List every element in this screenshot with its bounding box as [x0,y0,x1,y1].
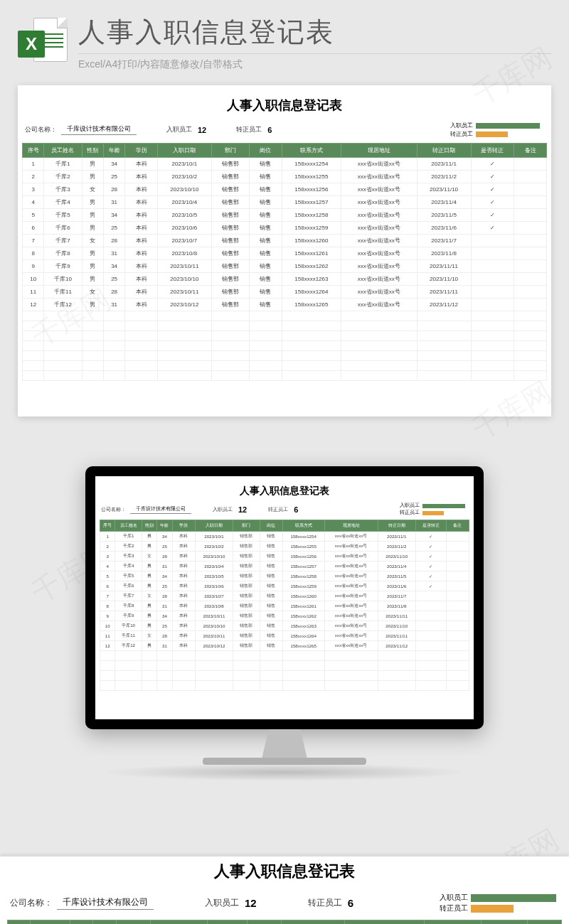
cell-addr: xxx省xx街道xx号 [341,235,417,247]
cell-sex: 男 [142,532,156,542]
banner: X 人事入职信息登记表 Excel/A4打印/内容随意修改/自带格式 [0,0,569,78]
cell-dept: 销售部 [211,299,249,311]
sheet-title: 人事入职信息登记表 [100,485,469,498]
col-header: 员工姓名 [44,144,82,158]
table-row: 12千库12男31本科2023/10/12销售部销售158xxxx1265xxx… [23,299,547,311]
cell-date: 2023/10/2 [195,542,233,552]
cell-sex: 女 [82,235,103,247]
cell-conf: ✓ [416,532,447,542]
cell-date: 2023/10/12 [157,299,211,311]
cell-note [446,581,469,591]
col-header: 性别 [82,144,103,158]
table-row: 11千库11女28本科2023/10/11销售部销售158xxxx1264xxx… [23,286,547,299]
cell-tel: 158xxxx1257 [282,196,341,209]
table-row: 2千库2男25本科2023/10/2销售部销售158xxxx1255xxx省xx… [23,171,547,183]
cell-name: 千库6 [115,581,142,591]
cell-conf: ✓ [471,196,514,209]
cell-age: 31 [157,641,172,651]
monitor-content: 人事入职信息登记表 公司名称： 千库设计技术有限公司 入职员工 12 转正员工 … [95,476,474,719]
table-row-empty [100,671,469,681]
table-row-empty [100,661,469,671]
cell-edu: 本科 [172,571,195,581]
cell-pos: 销售 [260,631,282,641]
col-header: 入职日期 [157,144,211,158]
cell-tel: 158xxxx1262 [282,260,341,273]
cell-sex: 男 [82,209,103,222]
confirm-count: 6 [348,897,353,909]
cell-addr: xxx省xx街道xx号 [341,183,417,196]
confirm-label: 转正员工 [308,897,342,909]
cell-tel: 158xxxx1262 [282,611,324,621]
cell-idx: 1 [23,158,44,171]
cell-name: 千库8 [44,247,82,260]
cell-name: 千库3 [115,552,142,562]
cell-idx: 9 [100,611,115,621]
cell-name: 千库6 [44,222,82,235]
table-row: 4千库4男31本科2023/10/4销售部销售158xxxx1257xxx省xx… [23,196,547,209]
col-header: 现居地址 [324,520,378,532]
cell-age: 25 [157,621,172,631]
confirm-label: 转正员工 [236,125,262,134]
cell-tel: 158xxxx1256 [282,552,324,562]
cell-pos: 销售 [260,621,282,631]
table-row: 8千库8男31本科2023/10/8销售部销售158xxxx1261xxx省xx… [100,601,469,611]
cell-addr: xxx省xx街道xx号 [341,171,417,183]
cell-pos: 销售 [250,273,282,286]
sheet-title: 人事入职信息登记表 [22,97,547,114]
cell-age: 34 [103,260,124,273]
cell-date: 2023/10/7 [195,591,233,601]
cell-name: 千库7 [115,591,142,601]
cell-name: 千库2 [44,171,82,183]
cell-edu: 本科 [172,631,195,641]
cell-name: 千库12 [44,299,82,311]
onboard-label: 入职员工 [213,506,233,513]
cell-cdate: 2023/11/7 [417,235,471,247]
cell-edu: 本科 [125,196,158,209]
col-header: 部门 [211,144,249,158]
cell-addr: xxx省xx街道xx号 [324,542,378,552]
cell-note [514,171,547,183]
cell-pos: 销售 [260,532,282,542]
col-header: 年龄 [93,920,116,925]
cell-addr: xxx省xx街道xx号 [341,273,417,286]
cell-tel: 158xxxx1260 [282,591,324,601]
cell-name: 千库11 [115,631,142,641]
cell-sex: 男 [142,611,156,621]
col-header: 学历 [125,144,158,158]
cell-date: 2023/10/2 [157,171,211,183]
cell-cdate: 2023/11/11 [417,260,471,273]
cell-idx: 1 [100,532,115,542]
cell-dept: 销售部 [211,183,249,196]
cell-conf [471,260,514,273]
table-row: 10千库10男25本科2023/10/10销售部销售158xxxx1263xxx… [100,621,469,631]
cell-sex: 男 [82,299,103,311]
cell-edu: 本科 [172,542,195,552]
cell-idx: 11 [100,631,115,641]
cell-date: 2023/10/11 [157,286,211,299]
cell-sex: 男 [142,601,156,611]
cell-cdate: 2023/11/8 [417,247,471,260]
col-header: 序号 [100,520,115,532]
cell-conf: ✓ [416,581,447,591]
table-row-empty [23,351,547,361]
cell-name: 千库10 [44,273,82,286]
cell-dept: 销售部 [211,171,249,183]
col-header: 联系方式 [282,920,344,925]
summary-row: 公司名称： 千库设计技术有限公司 入职员工 12 转正员工 6 入职员工 转正员… [7,892,562,920]
cell-idx: 6 [100,581,115,591]
cell-edu: 本科 [125,299,158,311]
table-row-empty [23,341,547,351]
table-row: 6千库6男25本科2023/10/6销售部销售158xxxx1259xxx省xx… [23,222,547,235]
cell-tel: 158xxxx1258 [282,571,324,581]
cell-sex: 男 [82,196,103,209]
cell-age: 31 [157,601,172,611]
cell-name: 千库9 [44,260,82,273]
cell-pos: 销售 [260,581,282,591]
cell-note [446,601,469,611]
cell-cdate: 2023/11/2 [417,171,471,183]
cell-cdate: 2023/11/5 [417,209,471,222]
cell-tel: 158xxxx1254 [282,532,324,542]
cell-idx: 6 [23,222,44,235]
monitor-stand [252,729,317,758]
cell-sex: 男 [82,260,103,273]
